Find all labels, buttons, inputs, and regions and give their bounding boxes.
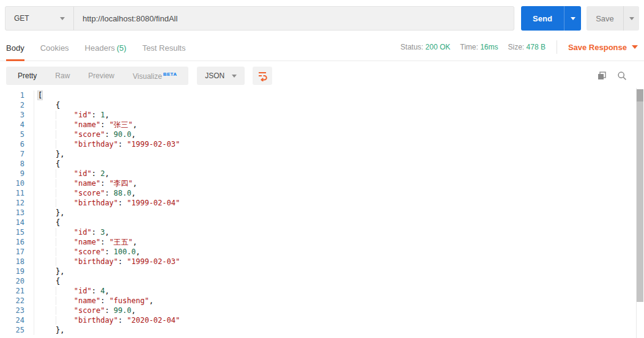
save-button[interactable]: Save bbox=[587, 6, 639, 31]
view-mode-switcher: Pretty Raw Preview VisualizeBETA bbox=[6, 67, 188, 85]
send-button-label[interactable]: Send bbox=[521, 6, 564, 31]
status-value: 200 OK bbox=[426, 43, 451, 51]
save-response-button[interactable]: Save Response bbox=[568, 43, 638, 52]
search-button[interactable] bbox=[617, 71, 627, 81]
tab-body-label: Body bbox=[6, 43, 24, 53]
size-label: Size: bbox=[508, 43, 525, 51]
line-number: 11 bbox=[0, 188, 24, 198]
code-line: 5 "score": 90.0, bbox=[0, 130, 644, 139]
search-icon bbox=[617, 71, 627, 81]
time-value: 16ms bbox=[480, 43, 498, 51]
size-indicator: Size: 478 B bbox=[508, 43, 546, 51]
url-group: GET bbox=[5, 6, 514, 31]
line-number: 15 bbox=[0, 227, 24, 237]
line-number: 1 bbox=[0, 90, 24, 100]
view-mode-preview[interactable]: Preview bbox=[79, 72, 124, 80]
line-number: 5 bbox=[0, 130, 24, 139]
code-line: 17 "score": 100.0, bbox=[0, 247, 644, 257]
line-number: 13 bbox=[0, 208, 24, 218]
copy-icon bbox=[597, 71, 607, 81]
line-number: 24 bbox=[0, 315, 24, 325]
code-line: 13 }, bbox=[0, 208, 644, 218]
view-bar-right-icons bbox=[597, 71, 638, 81]
code-line: 22 "name": "fusheng", bbox=[0, 296, 644, 306]
response-tabs-row: Body Cookies Headers(5) Test Results Sta… bbox=[0, 31, 644, 61]
line-content: "id": 4, bbox=[34, 286, 644, 296]
copy-button[interactable] bbox=[597, 71, 607, 81]
beta-badge: BETA bbox=[163, 72, 177, 77]
raw-label: Raw bbox=[55, 72, 70, 80]
line-content: "score": 88.0, bbox=[34, 188, 644, 198]
chevron-down-icon bbox=[629, 17, 634, 20]
line-content: "id": 3, bbox=[34, 227, 644, 237]
line-content: { bbox=[34, 159, 644, 169]
code-line: 15 "id": 3, bbox=[0, 227, 644, 237]
code-line: 25 }, bbox=[0, 325, 644, 335]
code-line: 1[ bbox=[0, 90, 644, 100]
line-number: 19 bbox=[0, 266, 24, 276]
language-dropdown[interactable]: JSON bbox=[197, 67, 245, 85]
scrollbar-thumb-cap bbox=[637, 89, 643, 101]
language-label: JSON bbox=[205, 72, 224, 80]
code-line: 3 "id": 1, bbox=[0, 110, 644, 120]
headers-count-badge: (5) bbox=[117, 43, 127, 53]
line-content: }, bbox=[34, 149, 644, 159]
tab-cookies[interactable]: Cookies bbox=[40, 43, 69, 61]
line-content: "birthday": "1999-02-04" bbox=[34, 198, 644, 208]
code-line: 11 "score": 88.0, bbox=[0, 188, 644, 198]
size-value: 478 B bbox=[527, 43, 546, 51]
tab-body[interactable]: Body bbox=[6, 43, 24, 61]
line-content: [ bbox=[34, 90, 644, 100]
status-indicator: Status: 200 OK bbox=[401, 43, 450, 51]
line-number: 9 bbox=[0, 169, 24, 178]
code-line: 2 { bbox=[0, 100, 644, 110]
line-number: 16 bbox=[0, 237, 24, 247]
code-line: 18 "birthday": "1999-02-03" bbox=[0, 257, 644, 266]
code-line: 7 }, bbox=[0, 149, 644, 159]
code-line: 14 { bbox=[0, 218, 644, 227]
time-label: Time: bbox=[460, 43, 478, 51]
line-content: "score": 90.0, bbox=[34, 130, 644, 139]
line-content: "birthday": "2020-02-04" bbox=[34, 315, 644, 325]
line-content: "name": "fusheng", bbox=[34, 296, 644, 306]
view-mode-raw[interactable]: Raw bbox=[46, 72, 79, 80]
line-content: "name": "张三", bbox=[34, 120, 644, 130]
save-button-label[interactable]: Save bbox=[587, 6, 623, 31]
view-mode-pretty[interactable]: Pretty bbox=[9, 72, 46, 80]
line-number: 20 bbox=[0, 276, 24, 286]
visualize-label: Visualize bbox=[133, 72, 162, 81]
send-options-caret[interactable] bbox=[564, 6, 581, 31]
view-mode-visualize[interactable]: VisualizeBETA bbox=[124, 72, 186, 81]
code-line: 12 "birthday": "1999-02-04" bbox=[0, 198, 644, 208]
send-button[interactable]: Send bbox=[521, 6, 581, 31]
method-label: GET bbox=[14, 14, 29, 23]
method-dropdown[interactable]: GET bbox=[6, 7, 74, 30]
tab-test-results-label: Test Results bbox=[142, 43, 186, 53]
line-number: 4 bbox=[0, 120, 24, 130]
line-number: 14 bbox=[0, 218, 24, 227]
tab-headers-label: Headers bbox=[85, 43, 115, 53]
response-body-editor[interactable]: 1[2 {3 "id": 1,4 "name": "张三",5 "score":… bbox=[0, 88, 644, 338]
tab-cookies-label: Cookies bbox=[40, 43, 69, 53]
tab-headers[interactable]: Headers(5) bbox=[85, 43, 127, 61]
code-line: 4 "name": "张三", bbox=[0, 120, 644, 130]
line-content: "name": "李四", bbox=[34, 178, 644, 188]
preview-label: Preview bbox=[88, 72, 114, 80]
scrollbar-thumb[interactable] bbox=[637, 89, 643, 302]
request-bar: GET Send Save bbox=[5, 6, 639, 31]
save-response-label: Save Response bbox=[568, 43, 627, 52]
response-json-content: 1[2 {3 "id": 1,4 "name": "张三",5 "score":… bbox=[0, 88, 644, 335]
line-content: }, bbox=[34, 266, 644, 276]
code-line: 8 { bbox=[0, 159, 644, 169]
line-number: 3 bbox=[0, 110, 24, 120]
code-line: 21 "id": 4, bbox=[0, 286, 644, 296]
tab-test-results[interactable]: Test Results bbox=[142, 43, 186, 61]
line-number: 22 bbox=[0, 296, 24, 306]
line-number: 6 bbox=[0, 139, 24, 149]
save-options-caret[interactable] bbox=[623, 6, 639, 31]
format-wrap-button[interactable] bbox=[253, 67, 272, 85]
line-number: 8 bbox=[0, 159, 24, 169]
vertical-scrollbar[interactable] bbox=[636, 88, 644, 338]
code-line: 20 { bbox=[0, 276, 644, 286]
url-input[interactable] bbox=[74, 7, 514, 30]
